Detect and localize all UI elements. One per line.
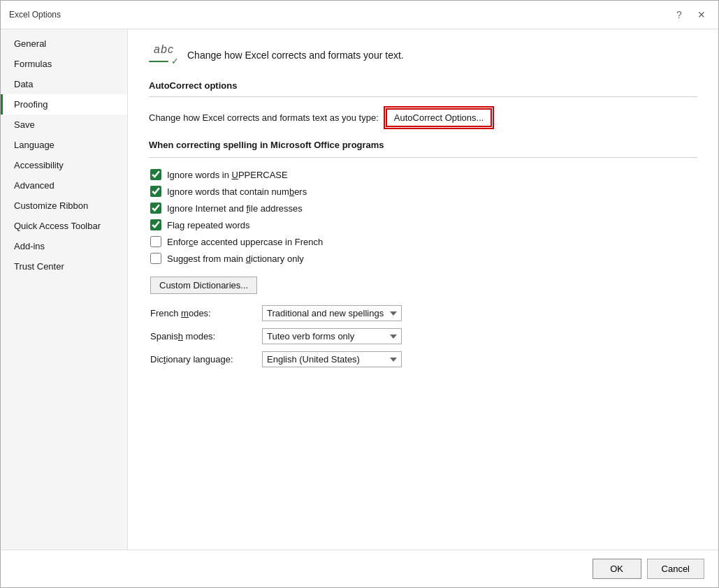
correcting-section-title: When correcting spelling in Microsoft Of… (149, 140, 697, 150)
autocorrect-row: Change how Excel corrects and formats te… (149, 108, 697, 127)
checkbox-row-ignore-numbers: Ignore words that contain numbers (149, 186, 697, 197)
dropdown-row-french-modes: French modes:Traditional and new spellin… (149, 305, 697, 321)
sidebar-item-accessibility[interactable]: Accessibility (1, 155, 127, 175)
dropdown-select-french-modes[interactable]: Traditional and new spellingsTraditional… (262, 305, 402, 321)
autocorrect-section-title: AutoCorrect options (149, 80, 697, 91)
sidebar-item-save[interactable]: Save (1, 115, 127, 135)
sidebar-item-general[interactable]: General (1, 34, 127, 54)
sidebar-item-customize-ribbon[interactable]: Customize Ribbon (1, 196, 127, 216)
sidebar-item-add-ins[interactable]: Add-ins (1, 236, 127, 256)
dropdown-select-spanish-modes[interactable]: Tuteo verb forms onlyVoseo verb forms on… (262, 328, 402, 344)
close-button[interactable]: ✕ (693, 6, 710, 23)
abc-icon: abc ✓ (149, 43, 179, 66)
content-area: abc ✓ Change how Excel corrects and form… (128, 29, 718, 550)
abc-underline-line (149, 61, 168, 62)
checkbox-row-enforce-french: Enforce accented uppercase in French (149, 236, 697, 247)
sidebar-item-data[interactable]: Data (1, 74, 127, 94)
checkbox-row-suggest-main: Suggest from main dictionary only (149, 253, 697, 264)
checkbox-ignore-internet[interactable] (150, 203, 161, 214)
sidebar-item-formulas[interactable]: Formulas (1, 54, 127, 74)
title-bar: Excel Options ? ✕ (1, 1, 718, 29)
sidebar-item-trust-center[interactable]: Trust Center (1, 256, 127, 277)
sidebar-item-proofing[interactable]: Proofing (1, 94, 127, 115)
excel-options-dialog: Excel Options ? ✕ GeneralFormulasDataPro… (0, 0, 719, 588)
checkbox-row-ignore-internet: Ignore Internet and file addresses (149, 203, 697, 214)
page-description: Change how Excel corrects and formats yo… (187, 50, 404, 61)
sidebar-item-language[interactable]: Language (1, 135, 127, 155)
sidebar-item-quick-access-toolbar[interactable]: Quick Access Toolbar (1, 216, 127, 236)
autocorrect-label: Change how Excel corrects and formats te… (149, 112, 379, 123)
dialog-title: Excel Options (9, 10, 61, 20)
dropdown-label-spanish-modes: Spanish modes: (150, 331, 255, 341)
sidebar-item-advanced[interactable]: Advanced (1, 175, 127, 196)
ok-button[interactable]: OK (593, 559, 641, 579)
checkbox-ignore-numbers[interactable] (150, 186, 161, 197)
checkbox-flag-repeated[interactable] (150, 219, 161, 230)
dropdown-select-dictionary-language[interactable]: English (United States)English (United K… (262, 351, 402, 367)
checkbox-row-ignore-uppercase: Ignore words in UPPERCASE (149, 169, 697, 180)
dialog-body: GeneralFormulasDataProofingSaveLanguageA… (1, 29, 718, 550)
dropdown-row-spanish-modes: Spanish modes:Tuteo verb forms onlyVoseo… (149, 328, 697, 344)
checkbox-label-suggest-main[interactable]: Suggest from main dictionary only (167, 253, 304, 264)
dropdown-row-dictionary-language: Dictionary language:English (United Stat… (149, 351, 697, 367)
checkbox-row-flag-repeated: Flag repeated words (149, 219, 697, 230)
autocorrect-options-button[interactable]: AutoCorrect Options... (386, 108, 493, 127)
correcting-section: When correcting spelling in Microsoft Of… (149, 140, 697, 374)
dialog-footer: OK Cancel (1, 550, 718, 587)
check-mark-icon: ✓ (171, 56, 179, 66)
checkbox-ignore-uppercase[interactable] (150, 169, 161, 180)
correcting-divider (149, 157, 697, 158)
checkbox-label-ignore-internet[interactable]: Ignore Internet and file addresses (167, 203, 303, 214)
custom-dictionaries-button[interactable]: Custom Dictionaries... (150, 277, 257, 294)
title-bar-controls: ? ✕ (671, 6, 710, 23)
checkbox-label-flag-repeated[interactable]: Flag repeated words (167, 220, 250, 230)
checkbox-label-ignore-numbers[interactable]: Ignore words that contain numbers (167, 186, 307, 197)
checkbox-enforce-french[interactable] (150, 236, 161, 247)
checkboxes-container: Ignore words in UPPERCASEIgnore words th… (149, 169, 697, 264)
checkbox-label-enforce-french[interactable]: Enforce accented uppercase in French (167, 237, 323, 247)
page-header: abc ✓ Change how Excel corrects and form… (149, 43, 697, 66)
dropdowns-container: French modes:Traditional and new spellin… (149, 305, 697, 367)
checkbox-label-ignore-uppercase[interactable]: Ignore words in UPPERCASE (167, 170, 288, 180)
cancel-button[interactable]: Cancel (647, 559, 704, 579)
sidebar: GeneralFormulasDataProofingSaveLanguageA… (1, 29, 128, 550)
dropdown-label-french-modes: French modes: (150, 308, 255, 318)
dropdown-label-dictionary-language: Dictionary language: (150, 354, 255, 365)
checkbox-suggest-main[interactable] (150, 253, 161, 264)
autocorrect-divider (149, 96, 697, 97)
help-button[interactable]: ? (671, 6, 688, 23)
